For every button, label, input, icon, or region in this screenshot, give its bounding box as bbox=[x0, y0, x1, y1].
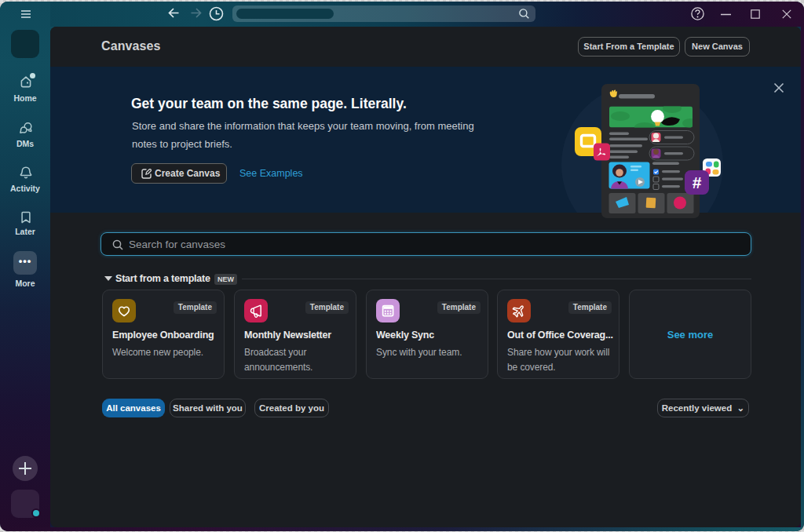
svg-text:#: # bbox=[693, 173, 702, 191]
